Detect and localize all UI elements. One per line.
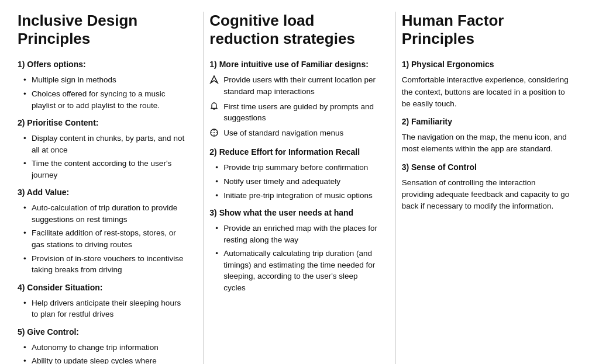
bell-icon xyxy=(209,102,219,115)
svg-point-3 xyxy=(214,132,215,133)
icon-list-intuitive-familiar: Provide users with their current locatio… xyxy=(209,74,377,140)
column-title-cognitive-load: Cognitive load reduction strategies xyxy=(209,12,377,48)
column-human-factor: Human Factor Principles1) Physical Ergon… xyxy=(402,12,581,364)
list-item: Automatically calculating trip duration … xyxy=(215,248,377,293)
section-add-value: 3) Add Value:Auto-calculation of trip du… xyxy=(18,186,185,275)
column-cognitive-load: Cognitive load reduction strategies1) Mo… xyxy=(209,12,389,364)
column-divider xyxy=(395,12,396,364)
list-item: Time the content according to the user's… xyxy=(23,158,185,181)
section-heading-give-control: 5) Give Control: xyxy=(18,326,185,338)
section-heading-reduce-effort: 2) Reduce Effort for Information Recall xyxy=(209,146,377,158)
section-body-physical-ergonomics: Comfortable interactive experience, cons… xyxy=(402,74,570,110)
list-item: Multiple sign in methods xyxy=(23,74,185,86)
section-prioritise-content: 2) Prioritise Content:Display content in… xyxy=(18,117,185,181)
bullet-list-offers-options: Multiple sign in methodsChoices offered … xyxy=(18,74,185,111)
section-heading-familiarity: 2) Familiarity xyxy=(402,116,570,128)
section-familiarity: 2) FamiliarityThe navigation on the map,… xyxy=(402,116,570,155)
section-heading-physical-ergonomics: 1) Physical Ergonomics xyxy=(402,58,570,71)
icon-item-text: First time users are guided by prompts a… xyxy=(223,101,377,124)
column-title-inclusive-design: Inclusive Design Principles xyxy=(18,12,185,48)
section-heading-consider-situation: 4) Consider Situation: xyxy=(18,282,185,294)
nav-icon xyxy=(209,75,219,88)
column-inclusive-design: Inclusive Design Principles1) Offers opt… xyxy=(18,12,197,364)
list-item: Autonomy to change trip information xyxy=(23,342,185,353)
icon-item-text: Use of standard navigation menus xyxy=(223,127,343,139)
section-heading-prioritise-content: 2) Prioritise Content: xyxy=(18,117,185,129)
bullet-list-reduce-effort: Provide trip summary before confirmation… xyxy=(209,162,377,201)
column-title-human-factor: Human Factor Principles xyxy=(402,12,570,48)
section-consider-situation: 4) Consider Situation:Help drivers antic… xyxy=(18,282,185,320)
bullet-list-consider-situation: Help drivers anticipate their sleeping h… xyxy=(18,297,185,320)
list-item: Facilitate addition of rest-stops, store… xyxy=(23,227,185,250)
list-item: Ability to update sleep cycles where nec… xyxy=(23,355,185,364)
list-item: Help drivers anticipate their sleeping h… xyxy=(23,297,185,320)
compass-icon xyxy=(209,128,219,141)
section-heading-sense-of-control: 3) Sense of Control xyxy=(402,161,570,174)
list-item: Provide trip summary before confirmation xyxy=(215,162,377,174)
icon-list-item: First time users are guided by prompts a… xyxy=(209,101,377,124)
bullet-list-show-needs: Provide an enriched map with the places … xyxy=(209,223,377,293)
section-body-sense-of-control: Sensation of controlling the interaction… xyxy=(402,177,570,213)
section-heading-intuitive-familiar: 1) More intuitive use of Familiar design… xyxy=(209,58,377,71)
list-item: Choices offered for syncing to a music p… xyxy=(23,88,185,111)
section-heading-offers-options: 1) Offers options: xyxy=(18,58,185,71)
page-container: Inclusive Design Principles1) Offers opt… xyxy=(0,0,599,364)
icon-list-item: Use of standard navigation menus xyxy=(209,127,377,141)
section-sense-of-control: 3) Sense of ControlSensation of controll… xyxy=(402,161,570,213)
list-item: Provision of in-store vouchers to incent… xyxy=(23,253,185,276)
section-heading-add-value: 3) Add Value: xyxy=(18,186,185,199)
section-reduce-effort: 2) Reduce Effort for Information RecallP… xyxy=(209,146,377,201)
list-item: Auto-calculation of trip duration to pro… xyxy=(23,202,185,225)
list-item: Notify user timely and adequately xyxy=(215,176,377,188)
icon-item-text: Provide users with their current locatio… xyxy=(223,74,377,97)
section-give-control: 5) Give Control:Autonomy to change trip … xyxy=(18,326,185,364)
bullet-list-add-value: Auto-calculation of trip duration to pro… xyxy=(18,202,185,275)
icon-list-item: Provide users with their current locatio… xyxy=(209,74,377,97)
section-intuitive-familiar: 1) More intuitive use of Familiar design… xyxy=(209,58,377,140)
list-item: Initiate pre-trip integration of music o… xyxy=(215,190,377,202)
section-offers-options: 1) Offers options:Multiple sign in metho… xyxy=(18,58,185,111)
bullet-list-give-control: Autonomy to change trip informationAbili… xyxy=(18,342,185,364)
section-heading-show-needs: 3) Show what the user needs at hand xyxy=(209,207,377,219)
section-body-familiarity: The navigation on the map, the menu icon… xyxy=(402,131,570,155)
list-item: Provide an enriched map with the places … xyxy=(215,223,377,245)
column-divider xyxy=(203,12,204,364)
list-item: Display content in chunks, by parts, and… xyxy=(23,133,185,155)
svg-marker-0 xyxy=(211,76,218,83)
section-show-needs: 3) Show what the user needs at handProvi… xyxy=(209,207,377,293)
bullet-list-prioritise-content: Display content in chunks, by parts, and… xyxy=(18,133,185,181)
section-physical-ergonomics: 1) Physical ErgonomicsComfortable intera… xyxy=(402,58,570,110)
